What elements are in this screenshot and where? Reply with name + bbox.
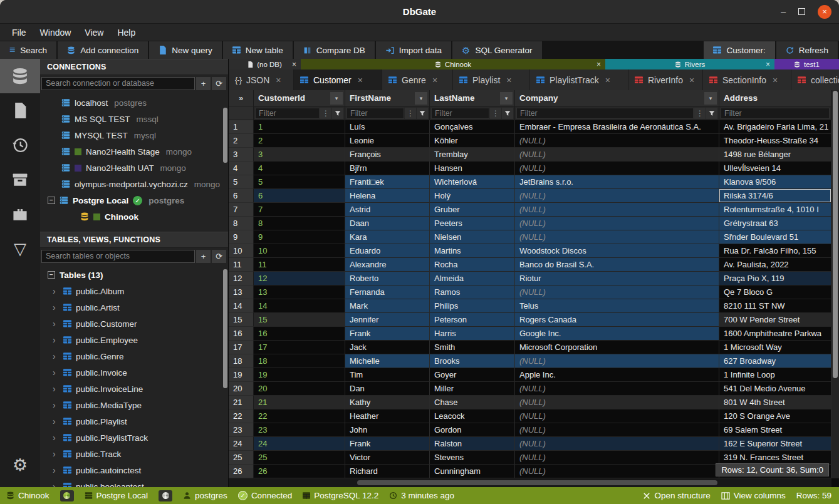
- grid-cell[interactable]: Bjřrn: [345, 162, 430, 175]
- grid-cell[interactable]: 13: [254, 285, 345, 299]
- grid-cell[interactable]: Almeida: [430, 272, 515, 285]
- grid-cell[interactable]: Daan: [345, 217, 430, 230]
- close-icon[interactable]: ×: [276, 75, 281, 85]
- collapse-icon[interactable]: −: [48, 271, 55, 279]
- sidebar-icon-widgets[interactable]: [0, 197, 40, 231]
- add-connection-icon-button[interactable]: +: [196, 77, 211, 90]
- grid-cell[interactable]: 20: [254, 382, 345, 396]
- grid-cell[interactable]: Miller: [430, 382, 515, 396]
- column-menu-icon[interactable]: ▾: [415, 92, 427, 105]
- table-item-public-genre[interactable]: ›public.Genre: [40, 348, 228, 364]
- grid-cell[interactable]: Martins: [430, 244, 515, 258]
- grid-cell[interactable]: 69 Salem Street: [719, 423, 831, 437]
- grid-cell[interactable]: 11: [254, 258, 345, 272]
- connections-search-input[interactable]: Search connection or database: [41, 77, 195, 90]
- grid-cell[interactable]: Dan: [345, 382, 430, 396]
- row-number[interactable]: 7: [229, 203, 254, 217]
- filter-funnel-icon[interactable]: [416, 108, 428, 119]
- expand-chevron-icon[interactable]: ›: [53, 400, 59, 410]
- column-header-customerid[interactable]: CustomerId▾: [254, 90, 345, 106]
- row-number[interactable]: 6: [229, 189, 254, 203]
- close-icon[interactable]: ×: [597, 60, 601, 69]
- table-item-public-playlisttrack[interactable]: ›public.PlaylistTrack: [40, 429, 228, 446]
- grid-cell[interactable]: Peeters: [430, 217, 515, 230]
- grid-cell[interactable]: 23: [254, 423, 345, 437]
- close-icon[interactable]: ×: [292, 60, 296, 69]
- tab-riverinfo[interactable]: RiverInfo×: [628, 69, 702, 90]
- table-item-public-album[interactable]: ›public.Album: [40, 283, 228, 299]
- new-table-button[interactable]: New table: [223, 41, 293, 59]
- sidebar-icon-files[interactable]: [0, 93, 40, 128]
- grid-cell[interactable]: 120 S Orange Ave: [719, 409, 831, 423]
- grid-cell[interactable]: (NULL): [515, 437, 719, 451]
- grid-cell[interactable]: 4: [254, 162, 345, 175]
- grid-cell[interactable]: Jack: [345, 341, 430, 354]
- grid-cell[interactable]: Fernanda: [345, 285, 430, 299]
- filter-input[interactable]: Filter: [347, 108, 404, 119]
- grid-cell[interactable]: 700 W Pender Street: [719, 313, 831, 327]
- connection-postgre-local[interactable]: −Postgre Local✓postgres: [40, 192, 228, 208]
- connection-nano2health-uat[interactable]: Nano2Health UATmongo: [40, 160, 228, 176]
- table-item-public-artist[interactable]: ›public.Artist: [40, 299, 228, 316]
- close-icon[interactable]: ×: [773, 75, 778, 85]
- grid-cell[interactable]: Rotenturmstraße 4, 1010 I: [719, 203, 831, 217]
- column-menu-icon[interactable]: ▾: [500, 92, 513, 105]
- row-number[interactable]: 26: [229, 465, 254, 478]
- filter-input[interactable]: Filter: [255, 108, 320, 119]
- customer-button[interactable]: Customer:: [704, 41, 774, 59]
- grid-cell[interactable]: (NULL): [515, 134, 719, 148]
- row-number[interactable]: 25: [229, 451, 254, 465]
- import-data-button[interactable]: Import data: [376, 41, 451, 59]
- grid-cell[interactable]: Frank: [345, 437, 430, 451]
- close-icon[interactable]: ×: [432, 75, 437, 85]
- expand-chevron-icon[interactable]: ›: [53, 481, 59, 487]
- grid-cell[interactable]: Astrid: [345, 203, 430, 217]
- grid-cell[interactable]: Tremblay: [430, 148, 515, 162]
- close-icon[interactable]: ×: [605, 75, 610, 85]
- menu-help[interactable]: Help: [110, 26, 142, 39]
- grid-cell[interactable]: Helena: [345, 189, 430, 203]
- table-item-public-mediatype[interactable]: ›public.MediaType: [40, 397, 228, 413]
- sidebar-icon-archive[interactable]: [0, 162, 40, 197]
- collapse-icon[interactable]: −: [48, 197, 55, 204]
- new-query-button[interactable]: New query: [149, 41, 222, 59]
- expand-chevron-icon[interactable]: ›: [53, 302, 59, 312]
- connection-mysql-test[interactable]: MYSQL TESTmysql: [40, 127, 228, 143]
- table-item-public-playlist[interactable]: ›public.Playlist: [40, 413, 228, 429]
- expand-chevron-icon[interactable]: ›: [53, 335, 59, 345]
- grid-cell[interactable]: 1600 Amphitheatre Parkwa: [719, 327, 831, 341]
- table-item-public-track[interactable]: ›public.Track: [40, 446, 228, 462]
- grid-cell[interactable]: 21: [254, 396, 345, 409]
- column-header-lastname[interactable]: LastName▾: [430, 90, 515, 106]
- connection-chinook[interactable]: Chinook: [40, 208, 228, 225]
- tab-collection[interactable]: collection: [791, 69, 839, 90]
- expand-chevron-icon[interactable]: ›: [53, 319, 59, 329]
- grid-cell[interactable]: 8210 111 ST NW: [719, 299, 831, 313]
- grid-cell[interactable]: Rua Dr. Falcão Filho, 155: [719, 244, 831, 258]
- column-header-company[interactable]: Company▾: [515, 90, 719, 106]
- grid-cell[interactable]: 6: [254, 189, 345, 203]
- grid-cell[interactable]: Tim: [345, 368, 430, 382]
- close-icon[interactable]: ×: [689, 75, 694, 85]
- grid-cell[interactable]: JetBrains s.r.o.: [515, 175, 719, 189]
- grid-cell[interactable]: 14: [254, 299, 345, 313]
- filter-menu-icon[interactable]: ⋮: [404, 108, 416, 119]
- grid-cell[interactable]: Embraer - Empresa Brasileira de Aeronáut…: [515, 120, 719, 134]
- grid-cell[interactable]: 1498 rue Bélanger: [719, 148, 831, 162]
- table-item-public-autoinctest[interactable]: ›public.autoinctest: [40, 462, 228, 478]
- grid-cell[interactable]: Harris: [430, 327, 515, 341]
- grid-cell[interactable]: Sřnder Boulevard 51: [719, 230, 831, 244]
- row-number[interactable]: 22: [229, 409, 254, 423]
- grid-cell[interactable]: 2: [254, 134, 345, 148]
- grid-cell[interactable]: Eduardo: [345, 244, 430, 258]
- row-number[interactable]: 19: [229, 368, 254, 382]
- grid-cell[interactable]: Leonie: [345, 134, 430, 148]
- grid-cell[interactable]: Kathy: [345, 396, 430, 409]
- expand-chevron-icon[interactable]: ›: [53, 449, 59, 459]
- grid-cell[interactable]: (NULL): [515, 285, 719, 299]
- minimize-button[interactable]: –: [781, 8, 786, 16]
- row-number[interactable]: 10: [229, 244, 254, 258]
- menu-file[interactable]: File: [5, 26, 33, 39]
- column-header-address[interactable]: Address: [719, 90, 831, 106]
- row-number[interactable]: 15: [229, 313, 254, 327]
